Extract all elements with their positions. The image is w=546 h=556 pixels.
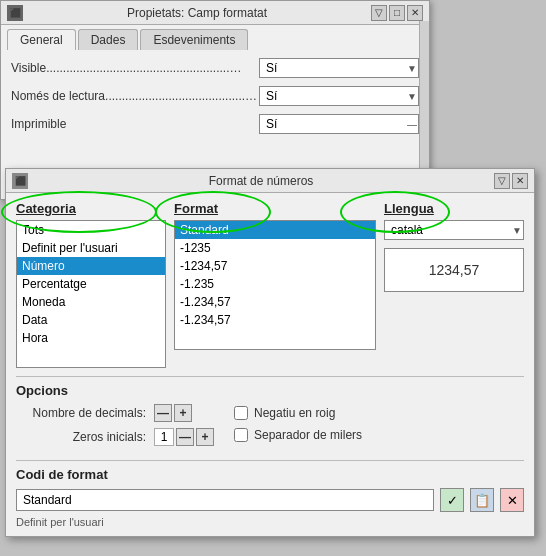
negatiu-label: Negatiu en roig [254, 406, 335, 420]
format-titlebar-buttons: ▽ ✕ [494, 173, 528, 189]
decimals-row: Nombre de decimals: — + [16, 404, 214, 422]
format-dialog: ⬛ Format de números ▽ ✕ Categoria Tots D… [5, 168, 535, 537]
format-titlebar: ⬛ Format de números ▽ ✕ [6, 169, 534, 193]
decimals-stepper: — + [154, 404, 192, 422]
zeros-decrement[interactable]: — [176, 428, 194, 446]
categoria-item-data[interactable]: Data [17, 311, 165, 329]
print-select[interactable]: Sí No [259, 114, 419, 134]
options-title: Opcions [16, 383, 524, 398]
visible-label: Visible.................................… [11, 61, 259, 75]
main-window-title: Propietats: Camp formatat [23, 6, 371, 20]
categoria-item-numero[interactable]: Número [17, 257, 165, 275]
categoria-column: Categoria Tots Definit per l'usuari Núme… [16, 201, 166, 368]
close-main-button[interactable]: ✕ [407, 5, 423, 21]
tabs-bar: General Dades Esdeveniments [1, 25, 429, 50]
print-select-wrapper[interactable]: Sí No — [259, 114, 419, 134]
format-code-section: Codi de format ✓ 📋 ✕ Definit per l'usuar… [16, 460, 524, 528]
visible-field-row: Visible.................................… [11, 58, 419, 78]
categoria-item-moneda[interactable]: Moneda [17, 293, 165, 311]
format-listbox[interactable]: Standard -1235 -1234,57 -1.235 -1.234,57… [174, 220, 376, 350]
format-dialog-title: Format de números [28, 174, 494, 188]
print-field-row: Imprimible Sí No — [11, 114, 419, 134]
format-item-1235-dot[interactable]: -1.235 [175, 275, 375, 293]
decimals-label: Nombre de decimals: [16, 406, 146, 420]
categoria-header: Categoria [16, 201, 166, 216]
negatiu-checkbox-row: Negatiu en roig [234, 406, 362, 420]
decimals-increment[interactable]: + [174, 404, 192, 422]
preview-box: 1234,57 [384, 248, 524, 292]
llengua-column: Llengua català ▼ 1234,57 [384, 201, 524, 368]
format-code-delete-button[interactable]: ✕ [500, 488, 524, 512]
format-code-row: ✓ 📋 ✕ [16, 488, 524, 512]
zeros-increment[interactable]: + [196, 428, 214, 446]
format-close-button[interactable]: ✕ [512, 173, 528, 189]
zeros-stepper: 1 — + [154, 428, 214, 446]
format-minimize-button[interactable]: ▽ [494, 173, 510, 189]
tab-dades[interactable]: Dades [78, 29, 139, 50]
format-window-icon: ⬛ [12, 173, 28, 189]
main-titlebar-buttons: ▽ □ ✕ [371, 5, 423, 21]
options-section: Opcions Nombre de decimals: — + Zeros in… [16, 376, 524, 452]
minimize-button[interactable]: ▽ [371, 5, 387, 21]
separador-label: Separador de milers [254, 428, 362, 442]
llengua-header: Llengua [384, 201, 524, 216]
visible-select-wrapper[interactable]: Sí No ▼ [259, 58, 419, 78]
format-item-standard[interactable]: Standard [175, 221, 375, 239]
readonly-select-wrapper[interactable]: Sí No ▼ [259, 86, 419, 106]
columns-row: Categoria Tots Definit per l'usuari Núme… [16, 201, 524, 368]
categoria-item-tots[interactable]: Tots [17, 221, 165, 239]
llengua-select-wrapper[interactable]: català ▼ [384, 220, 524, 240]
preview-value: 1234,57 [429, 262, 480, 278]
separador-checkbox[interactable] [234, 428, 248, 442]
readonly-select[interactable]: Sí No [259, 86, 419, 106]
decimals-decrement[interactable]: — [154, 404, 172, 422]
zeros-value: 1 [154, 428, 174, 446]
format-code-input[interactable] [16, 489, 434, 511]
readonly-field-row: Només de lectura........................… [11, 86, 419, 106]
format-item-123457a[interactable]: -1.234,57 [175, 293, 375, 311]
separador-checkbox-row: Separador de milers [234, 428, 362, 442]
negatiu-checkbox[interactable] [234, 406, 248, 420]
llengua-select[interactable]: català [384, 220, 524, 240]
zeros-label: Zeros inicials: [16, 430, 146, 444]
categoria-item-hora[interactable]: Hora [17, 329, 165, 347]
format-header: Format [174, 201, 376, 216]
format-body: Categoria Tots Definit per l'usuari Núme… [6, 193, 534, 536]
print-label: Imprimible [11, 117, 259, 131]
maximize-button[interactable]: □ [389, 5, 405, 21]
format-item-123457b[interactable]: -1.234,57 [175, 311, 375, 329]
definit-label: Definit per l'usuari [16, 516, 524, 528]
zeros-row: Zeros inicials: 1 — + [16, 428, 214, 446]
tab-general[interactable]: General [7, 29, 76, 50]
main-content: Visible.................................… [1, 50, 429, 150]
format-column: Format Standard -1235 -1234,57 -1.235 -1… [174, 201, 376, 368]
window-icon: ⬛ [7, 5, 23, 21]
readonly-label: Només de lectura........................… [11, 89, 259, 103]
format-item-1235[interactable]: -1235 [175, 239, 375, 257]
format-code-accept-button[interactable]: ✓ [440, 488, 464, 512]
format-code-title: Codi de format [16, 467, 524, 482]
tab-esdeveniments[interactable]: Esdeveniments [140, 29, 248, 50]
format-item-123457[interactable]: -1234,57 [175, 257, 375, 275]
categoria-item-percentatge[interactable]: Percentatge [17, 275, 165, 293]
categoria-listbox[interactable]: Tots Definit per l'usuari Número Percent… [16, 220, 166, 368]
format-code-copy-button[interactable]: 📋 [470, 488, 494, 512]
visible-select[interactable]: Sí No [259, 58, 419, 78]
main-titlebar: ⬛ Propietats: Camp formatat ▽ □ ✕ [1, 1, 429, 25]
categoria-item-definit[interactable]: Definit per l'usuari [17, 239, 165, 257]
